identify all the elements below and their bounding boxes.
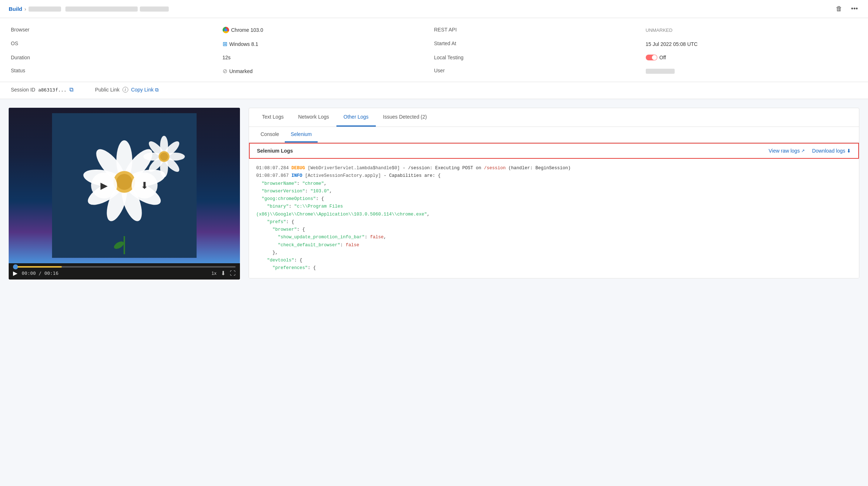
download-logs-button[interactable]: Download logs ⬇ [812,148,851,154]
session-section: Session ID a86313f... ⧉ Public Link i Co… [0,82,868,99]
rest-api-label: REST API [434,25,646,35]
header-actions: 🗑 ••• [834,4,859,14]
video-download-button[interactable]: ⬇ [132,172,158,199]
log-line-6: "binary": "c:\\Program Files [256,203,852,210]
sub-tab-selenium[interactable]: Selenium [285,127,317,142]
breadcrumb-separator: › [25,6,26,12]
time-display: 00:00 / 00:16 [22,270,59,276]
log-line-13: "devtools": { [256,257,852,264]
play-pause-button[interactable]: ▶ [13,270,17,277]
log-line-1: 01:08:07.284 DEBUG [WebDriverServlet.lam… [256,165,852,172]
progress-fill [17,266,62,268]
selenium-logs-header: Selenium Logs View raw logs ↗ Download l… [249,143,859,159]
started-at-label: Started At [434,39,646,49]
session-id-label: Session ID [11,87,35,93]
tab-network-logs[interactable]: Network Logs [291,108,336,127]
public-link-row: Public Link i Copy Link ⧉ [95,86,159,93]
local-testing-label: Local Testing [434,53,646,62]
user-label: User [434,66,646,76]
more-options-button[interactable]: ••• [850,4,859,14]
logs-panel: Text Logs Network Logs Other Logs Issues… [249,108,859,278]
user-blurred [646,69,675,74]
speed-button[interactable]: 1x [211,270,216,276]
user-value [646,66,858,76]
started-at-value: 15 Jul 2022 05:08 UTC [646,39,858,49]
public-link-info-icon: i [123,87,128,93]
video-bottom-controls: ▶ 00:00 / 00:16 1x ⬇ ⛶ [9,263,240,280]
log-line-4: "browserVersion": "103.0", [256,188,852,195]
video-play-button[interactable]: ▶ [91,172,117,199]
duration-label: Duration [11,53,223,62]
log-line-2: 01:08:07.867 INFO [ActiveSessionFactory.… [256,172,852,180]
tab-text-logs[interactable]: Text Logs [255,108,291,127]
browser-value: Chrome 103.0 [223,25,434,35]
log-line-3: "browserName": "chrome", [256,180,852,188]
delete-button[interactable]: 🗑 [834,4,844,14]
local-testing-value: Off [646,53,858,62]
breadcrumb-crumb1 [29,7,61,12]
status-value: ⊘ Unmarked [223,66,434,76]
download-icon: ⬇ [847,148,851,154]
copy-link-icon: ⧉ [155,87,159,93]
os-label: OS [11,39,223,49]
log-line-11: "check_default_browser": false [256,242,852,249]
public-link-label: Public Link [95,87,120,93]
tab-issues-detected[interactable]: Issues Detected (2) [376,108,434,127]
video-controls-bar: ▶ 00:00 / 00:16 1x ⬇ ⛶ [13,270,236,277]
video-screen: ▶ ⬇ [9,108,240,263]
copy-session-id-button[interactable]: ⧉ [69,86,73,93]
svg-point-21 [160,153,168,161]
session-id-value: a86313f... [38,87,66,93]
header: Build › 🗑 ••• [0,0,868,18]
status-label: Status [11,66,223,76]
windows-icon: ⊞ [223,40,227,47]
video-player: ▶ ⬇ ▶ 00:00 / 00:16 1x ⬇ ⛶ [9,108,240,280]
log-line-8: "prefs": { [256,218,852,226]
copy-link-button[interactable]: Copy Link ⧉ [131,87,159,93]
chrome-icon [223,27,229,33]
log-line-12: }, [256,249,852,257]
progress-bar-container [13,266,236,268]
breadcrumb-build[interactable]: Build [9,6,22,12]
selenium-logs-title: Selenium Logs [257,148,293,154]
rest-api-value: UNMARKED [646,25,858,35]
meta-section: Browser Chrome 103.0 REST API UNMARKED O… [0,18,868,82]
view-raw-logs-button[interactable]: View raw logs ↗ [769,148,805,154]
log-line-7: (x86)\\Google\\Chrome\\Application\\103.… [256,211,852,218]
session-id-row: Session ID a86313f... ⧉ [11,86,73,93]
breadcrumb-crumb2 [65,7,138,12]
os-value: ⊞ Windows 8.1 [223,39,434,49]
local-testing-toggle[interactable] [646,55,657,60]
external-link-icon: ↗ [801,148,805,153]
fullscreen-button[interactable]: ⛶ [230,270,236,277]
sub-tabs: Console Selenium [249,127,859,143]
logs-tabs: Text Logs Network Logs Other Logs Issues… [249,108,859,127]
duration-value: 12s [223,53,434,62]
video-download-small-button[interactable]: ⬇ [221,270,225,277]
breadcrumb: Build › [9,6,169,12]
browser-label: Browser [11,25,223,35]
log-line-10: "show_update_promotion_info_bar": false, [256,234,852,241]
progress-track[interactable] [13,266,236,268]
status-icon: ⊘ [223,68,227,74]
breadcrumb-crumb3 [140,7,169,12]
logs-actions: View raw logs ↗ Download logs ⬇ [769,148,851,154]
video-overlay-controls: ▶ ⬇ [91,172,158,199]
log-line-9: "browser": { [256,226,852,234]
sub-tab-console[interactable]: Console [255,127,285,142]
log-content: 01:08:07.284 DEBUG [WebDriverServlet.lam… [249,159,859,278]
log-line-5: "goog:chromeOptions": { [256,195,852,203]
tab-other-logs[interactable]: Other Logs [336,108,376,127]
log-line-14: "preferences": { [256,264,852,272]
main-content: ▶ ⬇ ▶ 00:00 / 00:16 1x ⬇ ⛶ [0,99,868,288]
